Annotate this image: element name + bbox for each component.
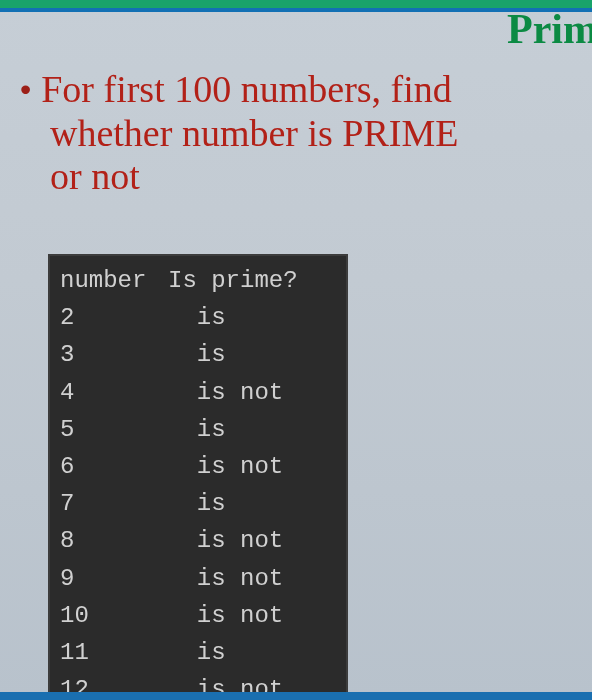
terminal-cell-result: is not (168, 560, 283, 597)
terminal-row: 2 is (60, 299, 336, 336)
terminal-row: 5 is (60, 411, 336, 448)
terminal-row: 7 is (60, 485, 336, 522)
terminal-cell-number: 4 (60, 374, 168, 411)
terminal-row: 10 is not (60, 597, 336, 634)
terminal-row: 9 is not (60, 560, 336, 597)
terminal-header-result: Is prime? (168, 262, 298, 299)
terminal-row: 6 is not (60, 448, 336, 485)
bullet-text-line3: or not (50, 155, 572, 199)
terminal-cell-number: 11 (60, 634, 168, 671)
bullet-dot-icon: • (20, 71, 31, 107)
bullet-item: •For first 100 numbers, find (20, 68, 572, 112)
terminal-cell-result: is (168, 634, 226, 671)
terminal-cell-result: is not (168, 597, 283, 634)
slide-surface: Prim •For first 100 numbers, find whethe… (0, 0, 592, 700)
bottom-accent-bar (0, 692, 592, 700)
terminal-row: 4 is not (60, 374, 336, 411)
terminal-header-number: number (60, 262, 168, 299)
terminal-row: 11 is (60, 634, 336, 671)
terminal-cell-result: is (168, 411, 226, 448)
bullet-list: •For first 100 numbers, find whether num… (20, 68, 572, 199)
terminal-cell-number: 2 (60, 299, 168, 336)
top-accent-bar (0, 0, 592, 8)
terminal-cell-result: is not (168, 522, 283, 559)
terminal-cell-number: 8 (60, 522, 168, 559)
terminal-row: 8 is not (60, 522, 336, 559)
terminal-header-row: numberIs prime? (60, 262, 336, 299)
terminal-cell-result: is not (168, 374, 283, 411)
bullet-text-line2: whether number is PRIME (50, 112, 572, 156)
terminal-cell-number: 10 (60, 597, 168, 634)
top-accent-bar-2 (0, 8, 592, 12)
terminal-output: numberIs prime? 2 is3 is4 is not5 is6 is… (48, 254, 348, 700)
slide-title-fragment: Prim (507, 0, 592, 50)
terminal-rows-container: 2 is3 is4 is not5 is6 is not7 is8 is not… (60, 299, 336, 700)
terminal-cell-number: 6 (60, 448, 168, 485)
terminal-cell-number: 7 (60, 485, 168, 522)
terminal-cell-result: is (168, 336, 226, 373)
terminal-cell-result: is (168, 299, 226, 336)
terminal-cell-number: 3 (60, 336, 168, 373)
terminal-row: 3 is (60, 336, 336, 373)
terminal-cell-result: is (168, 485, 226, 522)
bullet-text-line1: For first 100 numbers, find (41, 68, 452, 110)
terminal-cell-number: 5 (60, 411, 168, 448)
terminal-cell-number: 9 (60, 560, 168, 597)
terminal-cell-result: is not (168, 448, 283, 485)
